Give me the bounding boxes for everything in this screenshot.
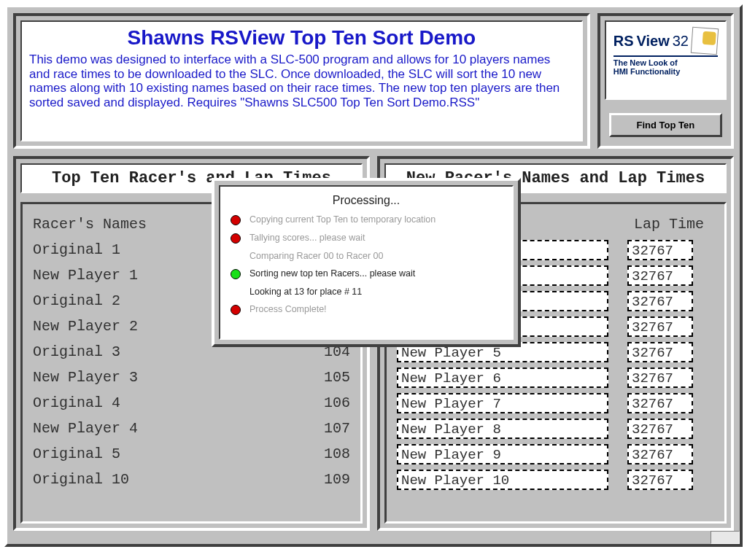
step-tallying: Tallying scores... please wait [231, 233, 502, 244]
right-time-input[interactable]: 32767 [627, 342, 693, 362]
header-panel: Shawns RSView Top Ten Sort Demo This dem… [13, 13, 590, 149]
brand-view: View [637, 33, 670, 50]
step-label: Copying current Top Ten to temporary loc… [249, 214, 436, 225]
right-name-input[interactable]: New Player 7 [397, 393, 608, 413]
right-time-input[interactable]: 32767 [627, 470, 693, 490]
status-dot-icon [231, 305, 241, 315]
brand-icon [691, 27, 719, 55]
left-time: 109 [285, 471, 350, 488]
step-label: Sorting new top ten Racers... please wai… [249, 268, 415, 279]
processing-dialog: Processing... Copying current Top Ten to… [212, 178, 521, 347]
right-time-input[interactable]: 32767 [627, 393, 693, 413]
left-name: New Player 4 [33, 420, 285, 437]
left-time: 105 [285, 369, 350, 386]
step-copying: Copying current Top Ten to temporary loc… [231, 214, 502, 225]
brand-rs: RS [614, 33, 634, 50]
step-complete: Process Complete! [231, 304, 502, 315]
step-label: Process Complete! [249, 304, 327, 314]
left-time: 107 [285, 420, 350, 437]
right-time-input[interactable]: 32767 [627, 444, 693, 464]
brand-tagline: The New Look of HMI Functionality [614, 55, 718, 76]
right-time-input[interactable]: 32767 [627, 240, 693, 260]
step-label: Tallying scores... please wait [249, 233, 365, 243]
right-time-input[interactable]: 32767 [627, 265, 693, 286]
brand-logo: RSView32 [614, 28, 718, 54]
left-name: Original 4 [33, 394, 285, 411]
status-dot-icon [231, 269, 241, 279]
find-top-ten-button[interactable]: Find Top Ten [609, 113, 722, 137]
left-name: Original 5 [33, 446, 285, 462]
status-dot-icon [231, 215, 241, 225]
right-name-input[interactable]: New Player 6 [397, 368, 608, 388]
right-time-input[interactable]: 32767 [627, 419, 693, 439]
brand-32: 32 [673, 33, 689, 50]
brand-panel: RSView32 The New Look of HMI Functionali… [597, 13, 734, 149]
right-time-input[interactable]: 32767 [627, 316, 693, 337]
right-time-input[interactable]: 32767 [627, 368, 693, 388]
right-time-input[interactable]: 32767 [627, 291, 693, 311]
right-name-input[interactable]: New Player 9 [397, 444, 608, 464]
right-name-input[interactable]: New Player 10 [397, 470, 608, 490]
right-name-input[interactable]: New Player 8 [397, 419, 608, 439]
left-time: 108 [285, 446, 350, 462]
dialog-title: Processing... [231, 194, 502, 207]
left-name: New Player 3 [33, 369, 285, 386]
step-tallying-detail: Comparing Racer 00 to Racer 00 [249, 251, 502, 261]
app-title: Shawns RSView Top Ten Sort Demo [29, 26, 574, 50]
app-description: This demo was designed to interface with… [29, 52, 574, 109]
step-sorting: Sorting new top ten Racers... please wai… [231, 268, 502, 279]
resize-grip-icon[interactable] [711, 531, 740, 544]
left-name: Original 10 [33, 471, 285, 488]
status-dot-icon [231, 233, 241, 244]
left-time: 106 [285, 394, 350, 411]
right-hdr-time: Lap Time [634, 216, 714, 233]
step-sorting-detail: Looking at 13 for place # 11 [249, 287, 502, 297]
